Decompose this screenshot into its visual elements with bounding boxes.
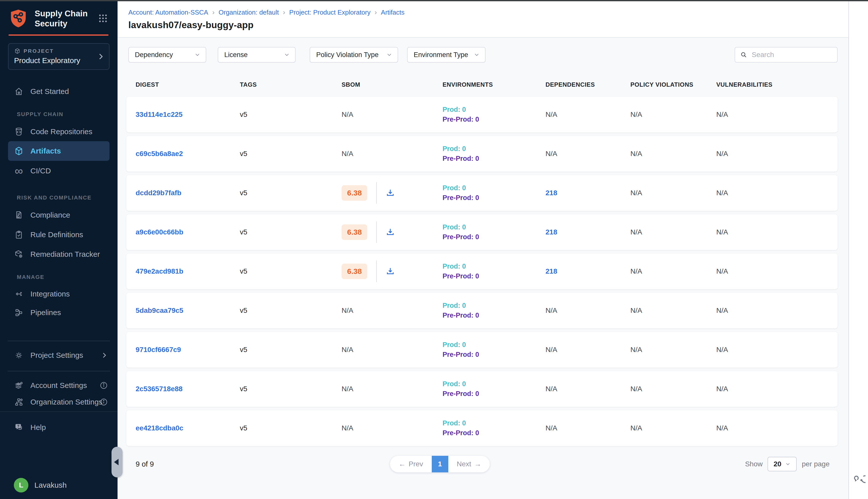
sidebar-item-code-repositories[interactable]: Code Repositories (0, 124, 117, 140)
sidebar-item-organization-settings[interactable]: Organization Settings (0, 394, 117, 410)
digest-link[interactable]: a9c6e00c66bb (136, 228, 183, 236)
policy-violations-value: N/A (630, 228, 716, 236)
divider (8, 371, 110, 372)
sidebar-item-account-settings[interactable]: Account Settings (0, 377, 117, 393)
dependencies-value: N/A (546, 150, 630, 158)
preprod-count: Pre-Prod: 0 (443, 390, 546, 397)
breadcrumb-account[interactable]: Account: Automation-SSCA (128, 9, 208, 16)
sidebar-item-remediation-tracker[interactable]: Remediation Tracker (0, 246, 117, 262)
table-row[interactable]: c69c5b6a8ae2 v5 N/A Prod: 0 Pre-Prod: 0 … (126, 136, 838, 172)
sidebar-item-rule-definitions[interactable]: Rule Definitions (0, 227, 117, 243)
breadcrumb-project[interactable]: Project: Product Exploratory (289, 9, 371, 16)
arrow-left-icon: ← (399, 460, 406, 468)
sidebar-item-label: Integrations (30, 290, 70, 298)
dependencies-link[interactable]: 218 (546, 228, 557, 236)
digest-link[interactable]: c69c5b6a8ae2 (136, 150, 183, 158)
digest-link[interactable]: dcdd29b7fafb (136, 189, 181, 197)
user-menu[interactable]: L Lavakush (14, 478, 66, 492)
environments-cell: Prod: 0 Pre-Prod: 0 (443, 224, 546, 241)
next-page-button[interactable]: Next → (448, 456, 490, 472)
compliance-doc-icon (14, 210, 24, 220)
prev-page-button[interactable]: ← Prev (390, 456, 432, 472)
dependencies-link[interactable]: 218 (546, 267, 557, 275)
chevron-down-icon (284, 51, 290, 58)
tag-value: v5 (240, 267, 342, 276)
prod-count: Prod: 0 (443, 420, 546, 427)
chevron-right-icon (100, 352, 108, 359)
project-name: Product Exploratory (14, 56, 94, 65)
col-policy-violations: POLICY VIOLATIONS (630, 81, 716, 88)
sbom-download-icon[interactable] (385, 266, 395, 276)
sbom-score-badge: 6.38 (342, 185, 367, 201)
table-row[interactable]: 33d114e1c225 v5 N/A Prod: 0 Pre-Prod: 0 … (126, 97, 838, 132)
clipboard-check-icon (14, 230, 24, 240)
page-size-select[interactable]: 20 (768, 457, 797, 471)
filter-bar: Dependency License Policy Violation Type… (128, 47, 838, 63)
info-icon[interactable] (99, 398, 108, 406)
digest-link[interactable]: 5dab9caa79c5 (136, 306, 183, 314)
sidebar-item-label: Artifacts (30, 147, 61, 155)
vulnerabilities-value: N/A (716, 346, 838, 354)
sidebar-item-pipelines[interactable]: Pipelines (0, 305, 117, 320)
sidebar-item-compliance[interactable]: Compliance (0, 207, 117, 223)
dependencies-link[interactable]: 218 (546, 189, 557, 197)
table-row[interactable]: dcdd29b7fafb v5 6.38 Prod: 0 Pre-Prod: 0… (126, 175, 838, 211)
preprod-count: Pre-Prod: 0 (443, 430, 546, 436)
filter-dependency[interactable]: Dependency (128, 47, 206, 63)
environments-cell: Prod: 0 Pre-Prod: 0 (443, 263, 546, 280)
current-page-button[interactable]: 1 (432, 456, 448, 472)
search-input[interactable] (752, 51, 832, 59)
sidebar-item-label: Help (30, 423, 46, 432)
col-vulnerabilities: VULNERABILITIES (716, 81, 838, 88)
sidebar-collapse-handle[interactable] (112, 447, 123, 477)
table-row[interactable]: a9c6e00c66bb v5 6.38 Prod: 0 Pre-Prod: 0… (126, 214, 838, 250)
sbom-download-icon[interactable] (385, 188, 395, 198)
artifact-table: 33d114e1c225 v5 N/A Prod: 0 Pre-Prod: 0 … (126, 97, 838, 446)
sbom-value: N/A (342, 346, 443, 354)
sidebar-item-project-settings[interactable]: Project Settings (0, 347, 117, 363)
per-page-label: per page (802, 460, 830, 468)
digest-link[interactable]: 9710cf6667c9 (136, 346, 181, 354)
sidebar-item-label: Get Started (30, 87, 69, 96)
table-row[interactable]: 9710cf6667c9 v5 N/A Prod: 0 Pre-Prod: 0 … (126, 332, 838, 368)
digest-link[interactable]: 479e2acd981b (136, 267, 183, 275)
table-row[interactable]: 5dab9caa79c5 v5 N/A Prod: 0 Pre-Prod: 0 … (126, 293, 838, 328)
app-grid-icon[interactable] (97, 12, 109, 24)
dependencies-value: N/A (546, 346, 630, 354)
sidebar-item-integrations[interactable]: Integrations (0, 286, 117, 302)
user-name: Lavakush (34, 481, 66, 489)
integrations-icon (14, 289, 24, 299)
breadcrumb-artifacts[interactable]: Artifacts (381, 9, 405, 16)
accent-divider (9, 34, 109, 36)
prod-count: Prod: 0 (443, 341, 546, 348)
chat-support-icon[interactable] (853, 471, 866, 484)
digest-link[interactable]: 2c5365718e88 (136, 385, 183, 393)
digest-link[interactable]: 33d114e1c225 (136, 111, 183, 118)
breadcrumb-organization[interactable]: Organization: default (219, 9, 279, 16)
environments-cell: Prod: 0 Pre-Prod: 0 (443, 302, 546, 319)
chevron-down-icon (473, 51, 480, 58)
breadcrumb-separator: › (212, 8, 214, 16)
sbom-cell: 6.38 (342, 221, 443, 243)
tag-value: v5 (240, 306, 342, 315)
digest-link[interactable]: ee4218cdba0c (136, 424, 183, 432)
sidebar-item-help[interactable]: ? Help (0, 419, 117, 436)
sidebar-item-cicd[interactable]: ∞ CI/CD (0, 163, 117, 179)
filter-license[interactable]: License (218, 47, 296, 63)
project-selector[interactable]: PROJECT Product Exploratory (8, 43, 110, 70)
main-area: Account: Automation-SSCA › Organization:… (117, 1, 848, 499)
sbom-download-icon[interactable] (385, 227, 395, 237)
filter-environment-type[interactable]: Environment Type (407, 47, 485, 63)
table-row[interactable]: 479e2acd981b v5 6.38 Prod: 0 Pre-Prod: 0… (126, 254, 838, 289)
vulnerabilities-value: N/A (716, 228, 838, 236)
info-icon[interactable] (99, 381, 108, 390)
table-row[interactable]: ee4218cdba0c v5 N/A Prod: 0 Pre-Prod: 0 … (126, 410, 838, 446)
prod-count: Prod: 0 (443, 106, 546, 113)
module-title: Supply Chain Security (35, 9, 88, 29)
sidebar-item-get-started[interactable]: Get Started (0, 83, 117, 99)
environments-cell: Prod: 0 Pre-Prod: 0 (443, 381, 546, 397)
table-row[interactable]: 2c5365718e88 v5 N/A Prod: 0 Pre-Prod: 0 … (126, 371, 838, 407)
dependencies-value: N/A (546, 424, 630, 432)
sidebar-item-artifacts[interactable]: Artifacts (8, 141, 110, 161)
filter-policy-violation-type[interactable]: Policy Violation Type (310, 47, 398, 63)
